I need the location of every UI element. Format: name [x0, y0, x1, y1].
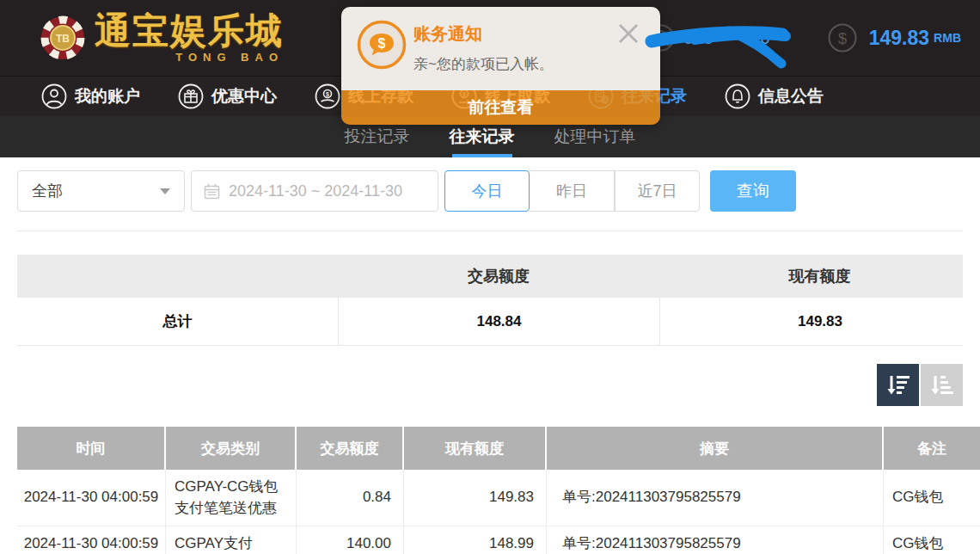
- casino-chip-icon: TB: [40, 15, 86, 61]
- brand-logo[interactable]: TB 通宝娱乐城 TONG BAO: [40, 13, 284, 64]
- cell-summary: 单号:202411303795825579: [547, 470, 884, 526]
- summary-header-row: 交易额度 现有额度: [17, 255, 963, 298]
- nav-label: 优惠中心: [211, 85, 277, 108]
- col-header-current-amount: 现有额度: [404, 427, 547, 470]
- user-area: che90 $ 149.83 RMB: [647, 23, 980, 52]
- calendar-icon: [204, 183, 220, 200]
- quick-range-group: 今日 昨日 近7日: [444, 170, 700, 212]
- cell-time: 2024-11-30 04:00:59: [17, 526, 166, 554]
- summary-header-current: 现有额度: [659, 255, 980, 298]
- balance-currency: RMB: [934, 31, 961, 45]
- notification-body: $ 账务通知 亲~您的款项已入帐。: [341, 7, 660, 90]
- records-table: 时间 交易类别 交易额度 现有额度 摘要 备注 2024-11-30 04:00…: [17, 427, 980, 554]
- records-header-row: 时间 交易类别 交易额度 现有额度 摘要 备注: [17, 427, 980, 470]
- sort-asc-icon: [928, 372, 956, 399]
- cell-time: 2024-11-30 04:00:59: [17, 470, 166, 526]
- date-range-value: 2024-11-30 ~ 2024-11-30: [229, 182, 402, 200]
- col-header-time: 时间: [17, 427, 166, 470]
- query-button[interactable]: 查询: [710, 170, 796, 212]
- go-view-button[interactable]: 前往查看: [341, 90, 660, 125]
- divider: [17, 231, 963, 231]
- dollar-chat-icon: $: [357, 20, 407, 70]
- col-header-summary: 摘要: [547, 427, 884, 470]
- range-7days-button[interactable]: 近7日: [615, 170, 700, 212]
- gift-icon: [178, 83, 204, 109]
- nav-item-announcements[interactable]: 信息公告: [725, 83, 824, 109]
- close-icon[interactable]: [616, 21, 641, 46]
- type-dropdown[interactable]: 全部: [17, 170, 185, 212]
- deposit-icon: $: [315, 83, 340, 109]
- content: 全部 2024-11-30 ~ 2024-11-30 今日 昨日 近7日: [0, 170, 980, 554]
- svg-text:$: $: [378, 36, 386, 51]
- cell-current-amount: 148.99: [404, 526, 547, 554]
- summary-total-label: 总计: [17, 298, 338, 345]
- summary-header-blank: [17, 255, 338, 298]
- chevron-down-icon: [160, 188, 170, 194]
- balance-area[interactable]: $ 149.83 RMB: [828, 23, 961, 52]
- nav-item-promotions[interactable]: 优惠中心: [178, 83, 277, 109]
- col-header-type: 交易类别: [166, 427, 297, 470]
- sort-descending-button[interactable]: [877, 364, 919, 406]
- summary-total-row: 总计 148.84 149.83: [17, 298, 963, 346]
- nav-label: 信息公告: [758, 85, 824, 108]
- summary-table: 交易额度 现有额度 总计 148.84 149.83: [17, 255, 963, 346]
- user-icon: [41, 83, 67, 109]
- table-row: 2024-11-30 04:00:59 CGPAY-CG钱包支付笔笔送优惠 0.…: [17, 470, 980, 526]
- username[interactable]: che90: [683, 28, 771, 48]
- cell-transaction-amount: 140.00: [297, 526, 404, 554]
- table-row: 2024-11-30 04:00:59 CGPAY支付 140.00 148.9…: [17, 526, 980, 554]
- cell-current-amount: 149.83: [404, 470, 547, 526]
- summary-total-transaction: 148.84: [338, 298, 659, 345]
- cell-summary: 单号:202411303795825579: [547, 526, 884, 554]
- svg-text:$: $: [838, 30, 847, 47]
- balance-amount: 149.83: [869, 27, 929, 50]
- cell-type: CGPAY支付: [166, 526, 297, 554]
- col-header-remark: 备注: [884, 427, 980, 470]
- svg-text:$: $: [326, 91, 329, 98]
- page: TB 通宝娱乐城 TONG BAO che90 $ 149.83 RMB: [0, 0, 980, 554]
- nav-label: 我的账户: [75, 85, 140, 108]
- cell-transaction-amount: 0.84: [297, 470, 404, 526]
- svg-text:TB: TB: [56, 33, 70, 45]
- col-header-transaction-amount: 交易额度: [297, 427, 404, 470]
- cell-remark: CG钱包: [884, 470, 980, 526]
- notification-message: 亲~您的款项已入帐。: [413, 54, 554, 74]
- nav-item-my-account[interactable]: 我的账户: [41, 83, 140, 109]
- summary-total-current: 149.83: [659, 298, 980, 345]
- notification-popup: $ 账务通知 亲~您的款项已入帐。 前往查看: [341, 7, 660, 125]
- summary-header-transaction: 交易额度: [338, 255, 659, 298]
- cell-type: CGPAY-CG钱包支付笔笔送优惠: [166, 470, 297, 526]
- notification-title: 账务通知: [413, 22, 482, 46]
- range-yesterday-button[interactable]: 昨日: [530, 170, 615, 212]
- cell-remark: CG钱包: [884, 526, 980, 554]
- sort-ascending-button[interactable]: [921, 364, 963, 406]
- bell-icon: [725, 83, 750, 109]
- date-range-input[interactable]: 2024-11-30 ~ 2024-11-30: [191, 170, 438, 212]
- dollar-coin-icon: $: [828, 23, 857, 52]
- range-today-button[interactable]: 今日: [444, 170, 530, 212]
- brand-name-en: TONG BAO: [95, 51, 284, 64]
- brand-name-cn: 通宝娱乐城: [95, 13, 284, 49]
- sort-desc-icon: [885, 372, 912, 399]
- type-dropdown-value: 全部: [32, 181, 63, 201]
- filter-row: 全部 2024-11-30 ~ 2024-11-30 今日 昨日 近7日: [17, 170, 963, 212]
- sort-controls: [17, 364, 963, 406]
